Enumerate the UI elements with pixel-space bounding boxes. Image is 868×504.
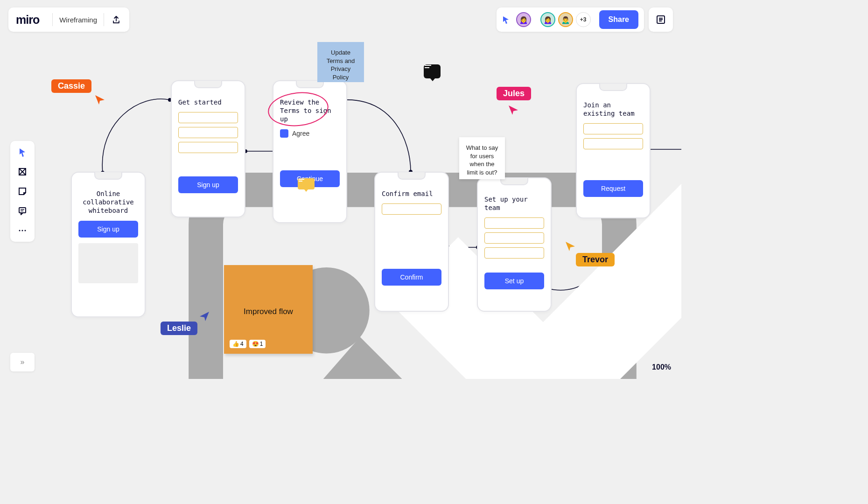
avatar[interactable]: 🙍‍♀️ (516, 12, 531, 27)
cursor-label-leslie: Leslie (161, 322, 197, 335)
request-button: Request (583, 180, 643, 197)
more-collaborators[interactable]: +3 (576, 12, 591, 27)
reaction-heart[interactable]: 😍1 (249, 340, 266, 348)
sticky-note-white[interactable]: What to say for users when the limit is … (459, 137, 505, 179)
shape-tool-icon[interactable] (17, 166, 28, 177)
svg-point-27 (19, 230, 21, 231)
input-placeholder (178, 112, 238, 123)
select-tool-icon[interactable] (17, 147, 28, 158)
cursor-label-trevor: Trevor (576, 253, 615, 266)
sticky-tool-icon[interactable] (17, 186, 28, 197)
comment-icon[interactable] (424, 64, 441, 78)
phone-title: Get started (178, 98, 238, 106)
header-right: 🙍‍♀️ 🙍‍♀️ 🙍‍♂️ +3 Share (497, 7, 673, 32)
avatar[interactable]: 🙍‍♂️ (558, 12, 573, 27)
agree-label: Agree (292, 130, 309, 137)
input-placeholder (583, 123, 643, 134)
image-placeholder (78, 243, 138, 283)
cursor-label-jules: Jules (497, 87, 531, 100)
wireframe-phone-5[interactable]: Set up your team Set up (477, 177, 552, 312)
phone-title: Confirm email (382, 189, 441, 198)
svg-point-28 (22, 230, 23, 231)
phone-title: Join an existing team (583, 101, 643, 118)
avatar[interactable]: 🙍‍♀️ (540, 12, 555, 27)
input-placeholder (178, 142, 238, 153)
panel-toggle-icon[interactable] (649, 7, 673, 32)
expand-toolbar-icon[interactable]: » (10, 353, 35, 371)
more-tools-icon[interactable] (17, 225, 28, 236)
reaction-thumb[interactable]: 👍4 (230, 340, 246, 348)
input-placeholder (484, 232, 544, 244)
logo[interactable]: miro (16, 13, 39, 27)
sticky-title: Improved flow (231, 307, 306, 316)
input-placeholder (583, 138, 643, 149)
wireframe-phone-4[interactable]: Confirm email Confirm (374, 172, 449, 312)
export-icon[interactable] (111, 14, 122, 25)
input-placeholder (178, 127, 238, 138)
signup-button: Sign up (78, 221, 138, 238)
phone-title: Set up your team (484, 195, 544, 212)
input-placeholder (484, 217, 544, 229)
setup-button: Set up (484, 273, 544, 289)
input-placeholder (484, 247, 544, 259)
collaborator-bar: 🙍‍♀️ 🙍‍♀️ 🙍‍♂️ +3 Share (497, 7, 644, 32)
signup-button: Sign up (178, 176, 238, 193)
wireframe-phone-6[interactable]: Join an existing team Request (576, 83, 651, 218)
toolbar (10, 141, 35, 242)
header-left: miro Wireframing (8, 7, 129, 32)
comment-marker-icon[interactable] (298, 178, 315, 189)
comment-tool-icon[interactable] (17, 205, 28, 217)
wireframe-phone-2[interactable]: Get started Sign up (171, 80, 245, 217)
confirm-button: Confirm (382, 269, 441, 286)
sticky-note-blue[interactable]: Update Terms and Privacy Policy (317, 42, 364, 82)
board-title[interactable]: Wireframing (59, 16, 97, 24)
cursor-label-cassie: Cassie (51, 79, 91, 93)
input-placeholder (382, 203, 441, 215)
wireframe-phone-1[interactable]: Online collaborative whiteboard Sign up (71, 172, 146, 317)
sticky-note-orange[interactable]: Improved flow 👍4 😍1 (224, 265, 313, 354)
share-button[interactable]: Share (599, 10, 638, 29)
zoom-level[interactable]: 100% (652, 363, 671, 371)
svg-rect-24 (19, 208, 26, 213)
cursor-tool-icon[interactable] (500, 14, 511, 25)
phone-title: Online collaborative whiteboard (78, 189, 138, 215)
agree-checkbox (280, 129, 288, 138)
svg-point-29 (25, 230, 26, 231)
svg-point-9 (609, 222, 613, 226)
